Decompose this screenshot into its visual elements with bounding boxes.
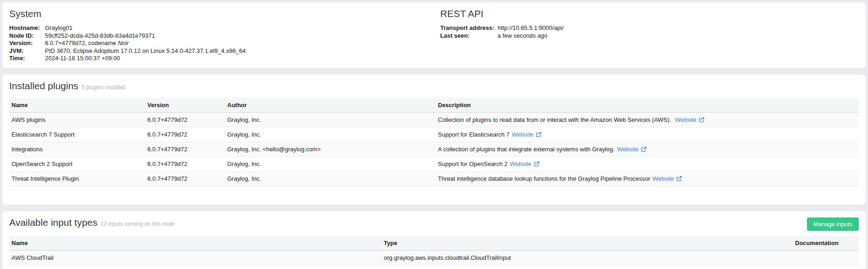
- table-row-elasticsearch-7-support: Elasticsearch 7 Support 6.0.7+4779d72 Gr…: [9, 127, 859, 142]
- external-link-icon: [536, 132, 542, 137]
- input-name: AWS Kinesis/CloudWatch: [9, 265, 381, 269]
- table-row-aws-cloudtrail: AWS CloudTrail org.graylog.aws.inputs.cl…: [9, 250, 859, 265]
- system-field-version: Version: 6.0.7+4779d72, codename Noir: [9, 40, 440, 47]
- website-link[interactable]: Website: [653, 175, 683, 182]
- system-panel: System Hostname: Graylog01 Node ID: 59cf…: [2, 2, 866, 68]
- plugin-author: Graylog, Inc. <hello@graylog.com>: [225, 142, 436, 156]
- input-name: AWS CloudTrail: [9, 250, 381, 265]
- field-value: Graylog01: [45, 24, 73, 32]
- input-types-table: Name Type Documentation AWS CloudTrail o…: [9, 236, 859, 269]
- system-field-hostname: Hostname: Graylog01: [9, 24, 440, 32]
- description-text: Threat intelligence database lookup func…: [438, 175, 650, 182]
- field-label: Hostname:: [9, 24, 45, 32]
- installed-plugins-title-text: Installed plugins: [9, 80, 78, 91]
- column-header-description: Description: [436, 98, 859, 113]
- available-input-types-subtitle: 12 inputs running on this node: [101, 221, 174, 227]
- plugin-description: Support for Elasticsearch 7Website: [436, 127, 859, 142]
- manage-inputs-button[interactable]: Manage inputs: [807, 217, 859, 231]
- plugin-version: 6.0.7+4779d72: [145, 156, 225, 171]
- description-text: Support for OpenSearch 2: [438, 160, 508, 167]
- website-link-label: Website: [510, 160, 532, 167]
- column-header-type: Type: [381, 236, 793, 251]
- plugin-description: Threat intelligence database lookup func…: [436, 171, 859, 186]
- field-label: Node ID:: [9, 32, 45, 40]
- input-documentation: [793, 265, 859, 269]
- installed-plugins-subtitle: 5 plugins installed: [82, 84, 125, 91]
- system-field-time: Time: 2024-11-18 15:00:37 +09:00: [9, 55, 440, 63]
- plugin-version: 6.0.7+4779d72: [145, 127, 225, 142]
- field-value: a few seconds ago: [498, 32, 547, 40]
- plugin-name: Elasticsearch 7 Support: [9, 127, 145, 142]
- table-row-aws-kinesis-cloudwatch: AWS Kinesis/CloudWatch org.graylog.integ…: [9, 265, 859, 269]
- input-type: org.graylog.integrations.aws.inputs.AWSI…: [381, 265, 793, 269]
- field-value: PID 3670, Eclipse Adoptium 17.0.12 on Li…: [45, 47, 246, 55]
- available-input-types-panel: Available input types12 inputs running o…: [2, 211, 866, 269]
- external-link-icon: [676, 176, 682, 182]
- external-link-icon: [699, 117, 705, 123]
- inputs-table-header-row: Name Type Documentation: [9, 236, 859, 251]
- external-link-icon: [641, 146, 647, 152]
- table-row-integrations: Integrations 6.0.7+4779d72 Graylog, Inc.…: [9, 142, 859, 156]
- input-type: org.graylog.aws.inputs.cloudtrail.CloudT…: [381, 250, 793, 265]
- field-label: Last seen:: [440, 32, 498, 40]
- plugin-description: Collection of plugins to read data from …: [436, 112, 859, 127]
- website-link-label: Website: [675, 116, 697, 123]
- version-codename: Noir: [118, 40, 129, 46]
- plugin-description: A collection of plugins that integrate e…: [436, 142, 859, 156]
- plugin-version: 6.0.7+4779d72: [145, 142, 225, 156]
- field-label: Version:: [9, 40, 45, 47]
- system-field-node-id: Node ID: 59cff252-dcda-425d-83db-83a4d1e…: [9, 32, 440, 40]
- input-documentation: [793, 250, 859, 265]
- website-link-label: Website: [512, 131, 533, 138]
- plugin-author: Graylog, Inc.: [225, 156, 436, 171]
- external-link-icon: [534, 161, 540, 167]
- plugins-table-header-row: Name Version Author Description: [9, 98, 859, 113]
- field-label: Transport address:: [440, 24, 498, 32]
- rest-field-last-seen: Last seen: a few seconds ago: [440, 32, 859, 40]
- column-header-name: Name: [9, 236, 381, 251]
- available-input-types-title-text: Available input types: [9, 217, 97, 228]
- rest-api-field-list: Transport address: http://10.65.5.1:9000…: [440, 24, 859, 40]
- plugin-version: 6.0.7+4779d72: [145, 171, 225, 186]
- website-link[interactable]: Website: [617, 146, 647, 153]
- rest-api-section: REST API Transport address: http://10.65…: [440, 8, 859, 63]
- field-label: Time:: [9, 55, 45, 63]
- website-link-label: Website: [653, 175, 674, 182]
- column-header-author: Author: [225, 98, 436, 113]
- website-link-label: Website: [617, 146, 638, 153]
- description-text: A collection of plugins that integrate e…: [438, 146, 615, 153]
- installed-plugins-panel: Installed plugins5 plugins installed Nam…: [2, 74, 866, 205]
- plugin-name: AWS plugins: [9, 112, 145, 127]
- column-header-name: Name: [9, 98, 145, 113]
- plugin-version: 6.0.7+4779d72: [145, 112, 225, 127]
- description-text: Support for Elasticsearch 7: [438, 131, 510, 138]
- available-input-types-title: Available input types12 inputs running o…: [9, 217, 807, 230]
- plugin-description: Support for OpenSearch 2Website: [436, 156, 859, 171]
- version-text: 6.0.7+4779d72, codename: [45, 40, 118, 46]
- website-link[interactable]: Website: [512, 131, 542, 138]
- plugin-name: Integrations: [9, 142, 145, 156]
- description-text: Collection of plugins to read data from …: [438, 116, 673, 123]
- field-label: JVM:: [9, 47, 45, 55]
- plugin-author: Graylog, Inc.: [225, 171, 436, 186]
- field-value: 59cff252-dcda-425d-83db-83a4d1e79371: [45, 32, 155, 40]
- website-link[interactable]: Website: [675, 116, 705, 123]
- field-value: http://10.65.5.1:9000/api/: [498, 24, 564, 32]
- plugin-author: Graylog, Inc.: [225, 127, 436, 142]
- system-title: System: [9, 8, 440, 20]
- rest-api-title: REST API: [440, 8, 859, 20]
- field-value: 6.0.7+4779d72, codename Noir: [45, 40, 129, 47]
- system-field-jvm: JVM: PID 3670, Eclipse Adoptium 17.0.12 …: [9, 47, 440, 55]
- system-section: System Hostname: Graylog01 Node ID: 59cf…: [9, 8, 440, 63]
- website-link[interactable]: Website: [510, 160, 540, 167]
- plugin-author: Graylog, Inc.: [225, 112, 436, 127]
- table-row-threat-intelligence-plugin: Threat Intelligence Plugin 6.0.7+4779d72…: [9, 171, 859, 186]
- field-value: 2024-11-18 15:00:37 +09:00: [45, 55, 120, 63]
- table-row-opensearch-2-support: OpenSearch 2 Support 6.0.7+4779d72 Grayl…: [9, 156, 859, 171]
- table-row-aws-plugins: AWS plugins 6.0.7+4779d72 Graylog, Inc. …: [9, 112, 859, 127]
- installed-plugins-title: Installed plugins5 plugins installed: [9, 80, 859, 93]
- column-header-version: Version: [145, 98, 225, 113]
- rest-field-transport-address: Transport address: http://10.65.5.1:9000…: [440, 24, 859, 32]
- plugin-name: OpenSearch 2 Support: [9, 156, 145, 171]
- system-field-list: Hostname: Graylog01 Node ID: 59cff252-dc…: [9, 24, 440, 63]
